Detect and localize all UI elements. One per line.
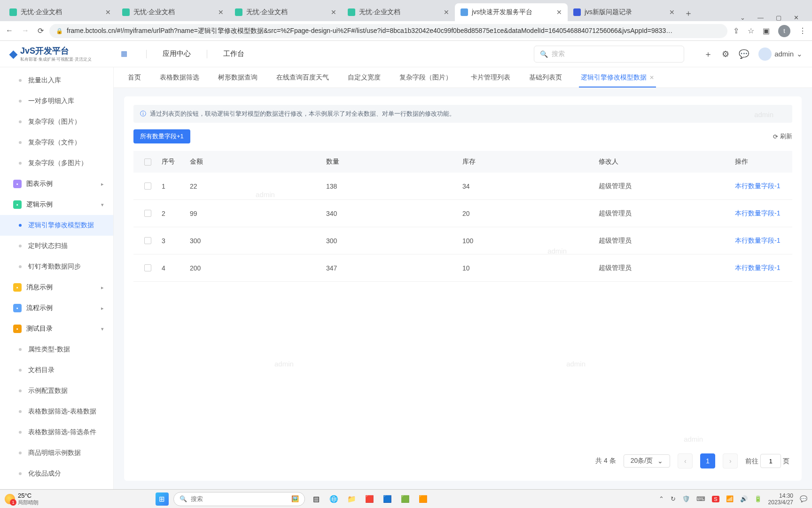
new-tab-button[interactable]: ＋ (680, 5, 696, 21)
sidebar-item[interactable]: 示例配置数据 (0, 381, 113, 401)
sidebar-item[interactable]: ▪ 图表示例 ▸ (0, 174, 113, 194)
tray-notifications-icon[interactable]: 💬 (800, 495, 807, 502)
next-page-button[interactable]: › (723, 453, 738, 468)
row-checkbox[interactable] (144, 183, 151, 190)
app-icon[interactable]: 🟥 (363, 492, 376, 506)
plus-icon[interactable]: ＋ (704, 48, 712, 60)
row-decrement-link[interactable]: 本行数量字段-1 (735, 182, 780, 190)
tray-volume-icon[interactable]: 🔊 (740, 495, 748, 502)
user-menu[interactable]: admin ⌄ (758, 48, 803, 61)
row-decrement-link[interactable]: 本行数量字段-1 (735, 237, 780, 244)
close-tab-icon[interactable]: ✕ (331, 8, 336, 16)
close-tab-icon[interactable]: ✕ (444, 8, 449, 16)
star-icon[interactable]: ☆ (748, 26, 754, 35)
minimize-icon[interactable]: — (757, 14, 764, 21)
sidebar-item[interactable]: 复杂字段（多图片） (0, 153, 113, 174)
page-tab[interactable]: 复杂字段（图片） (399, 73, 452, 87)
browser-tab[interactable]: jvs新版问题记录 ✕ (568, 3, 680, 21)
maximize-icon[interactable]: ▢ (776, 14, 781, 21)
sidebar-item[interactable]: 批量出入库 (0, 70, 113, 91)
sidebar-item[interactable]: 表格数据筛选-表格数据 (0, 401, 113, 422)
nav-app-center[interactable]: 应用中心 (163, 49, 191, 58)
chevron-down-icon[interactable]: ⌄ (740, 14, 745, 21)
tray-shield-icon[interactable]: 🛡️ (682, 495, 690, 502)
profile-avatar[interactable]: t (778, 25, 790, 37)
taskbar-search[interactable]: 🔍 搜索 🖼️ (173, 492, 305, 506)
close-window-icon[interactable]: ✕ (794, 14, 799, 21)
sidebar-item[interactable]: 定时状态扫描 (0, 236, 113, 256)
start-icon[interactable]: ⊞ (156, 492, 169, 506)
close-tab-icon[interactable]: ✕ (556, 8, 562, 16)
row-checkbox[interactable] (144, 264, 151, 271)
close-tab-icon[interactable]: ✕ (649, 74, 654, 81)
url-input[interactable]: 🔒 frame.bctools.cn/#!/myiframe/urlPath?n… (49, 24, 727, 38)
row-decrement-link[interactable]: 本行数量字段-1 (735, 264, 780, 271)
page-tab[interactable]: 卡片管理列表 (471, 73, 510, 87)
sidebar-item[interactable]: ▪ 流程示例 ▸ (0, 298, 113, 318)
expand-icon[interactable]: ▾ (101, 326, 104, 332)
sidebar-item[interactable]: ▪ 测试目录 ▾ (0, 318, 113, 339)
page-tab[interactable]: 基础列表页 (529, 73, 562, 87)
sidebar-item[interactable]: 复杂字段（文件） (0, 132, 113, 153)
sidebar-item[interactable]: 逻辑引擎修改模型数据 (0, 215, 113, 236)
app-logo[interactable]: ◆ JvS开发平台 私有部署·集成扩展·可视配置·灵活定义 (9, 45, 92, 63)
expand-icon[interactable]: ▸ (101, 305, 104, 311)
sidebar-item[interactable]: ▪ 消息示例 ▸ (0, 277, 113, 298)
page-tab[interactable]: 树形数据查询 (218, 73, 258, 87)
app-icon[interactable]: 🟧 (417, 492, 430, 506)
explorer-icon[interactable]: 📁 (345, 492, 359, 506)
clock[interactable]: 14:30 2023/4/27 (768, 492, 793, 506)
tray-sync-icon[interactable]: ↻ (671, 495, 676, 502)
sidebar-item[interactable]: 一对多明细入库 (0, 91, 113, 111)
tray-keyboard-icon[interactable]: ⌨ (696, 495, 705, 502)
app-icon[interactable]: 🟦 (381, 492, 394, 506)
extensions-icon[interactable]: ▣ (763, 26, 770, 35)
sidebar-item[interactable]: 商品明细示例数据 (0, 443, 113, 463)
tray-chevron-icon[interactable]: ⌃ (659, 495, 664, 502)
page-size-select[interactable]: 20条/页 ⌄ (624, 454, 670, 468)
home-icon[interactable]: ▦ (121, 49, 130, 59)
browser-tab[interactable]: 无忧·企业文档 ✕ (342, 3, 455, 21)
row-checkbox[interactable] (144, 237, 151, 244)
select-all-checkbox[interactable] (144, 159, 151, 166)
app-icon[interactable]: 🟩 (399, 492, 412, 506)
bulk-increment-button[interactable]: 所有数量字段+1 (133, 129, 190, 143)
expand-icon[interactable]: ▾ (101, 202, 104, 208)
tray-battery-icon[interactable]: 🔋 (754, 495, 762, 502)
back-icon[interactable]: ← (6, 26, 13, 35)
browser-tab[interactable]: 无忧·企业文档 ✕ (117, 3, 229, 21)
prev-page-button[interactable]: ‹ (678, 453, 693, 468)
search-input[interactable]: 🔍 搜索 (534, 46, 684, 63)
page-tab[interactable]: 在线查询百度天气 (276, 73, 329, 87)
row-decrement-link[interactable]: 本行数量字段-1 (735, 209, 780, 217)
chat-icon[interactable]: 💬 (739, 49, 749, 59)
taskview-icon[interactable]: ▤ (310, 492, 323, 506)
nav-workbench[interactable]: 工作台 (223, 49, 244, 58)
share-icon[interactable]: ⇪ (733, 26, 739, 35)
row-checkbox[interactable] (144, 210, 151, 217)
reload-icon[interactable]: ⟳ (38, 26, 44, 35)
refresh-button[interactable]: ⟳ 刷新 (773, 132, 792, 141)
kebab-menu-icon[interactable]: ⋮ (799, 26, 806, 35)
browser-tab[interactable]: 无忧·企业文档 ✕ (229, 3, 342, 21)
chrome-icon[interactable]: 🌐 (328, 492, 341, 506)
sidebar-item[interactable]: 文档目录 (0, 360, 113, 381)
close-tab-icon[interactable]: ✕ (669, 8, 675, 16)
expand-icon[interactable]: ▸ (101, 285, 104, 291)
page-tab[interactable]: 首页 (128, 73, 141, 87)
browser-tab[interactable]: jvs快速开发服务平台 ✕ (455, 3, 568, 21)
page-tab[interactable]: 逻辑引擎修改模型数据✕ (581, 73, 654, 87)
forward-icon[interactable]: → (22, 26, 29, 35)
sidebar-item[interactable]: 复杂字段（图片） (0, 111, 113, 132)
tray-wifi-icon[interactable]: 📶 (726, 495, 734, 502)
sidebar-item[interactable]: 表格数据筛选-筛选条件 (0, 422, 113, 443)
page-tab[interactable]: 自定义宽度 (348, 73, 381, 87)
close-tab-icon[interactable]: ✕ (105, 8, 111, 16)
sidebar-item[interactable]: 钉钉考勤数据同步 (0, 256, 113, 277)
close-tab-icon[interactable]: ✕ (218, 8, 224, 16)
goto-input[interactable] (760, 454, 781, 468)
tray-input-icon[interactable]: S (712, 496, 719, 502)
page-tab[interactable]: 表格数据筛选 (160, 73, 199, 87)
sidebar-item[interactable]: 化妆品成分 (0, 463, 113, 484)
weather-widget[interactable]: 1 25°C 局部晴朗 (5, 492, 39, 506)
